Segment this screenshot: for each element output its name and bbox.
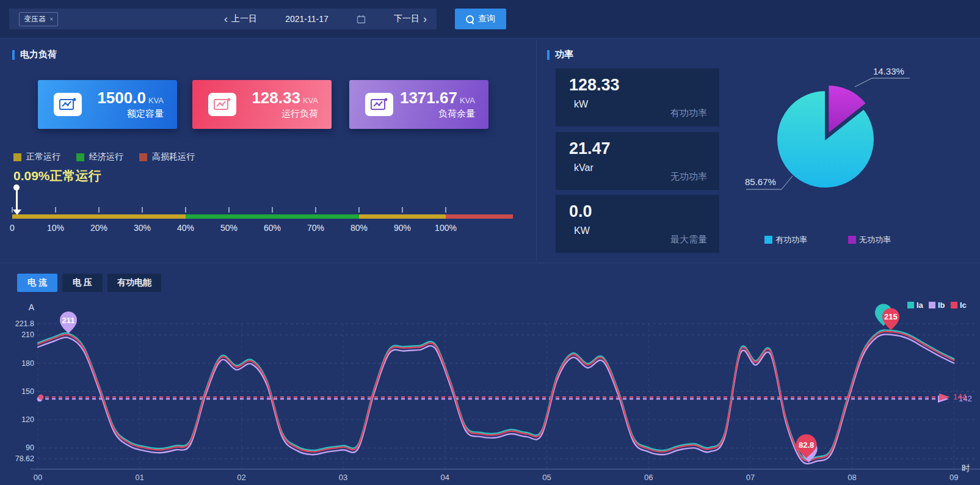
legend-economic-run[interactable]: 经济运行 xyxy=(76,151,123,162)
x-tick-label: 09 xyxy=(949,473,958,482)
date-field[interactable]: 2021-11-17 xyxy=(285,14,328,24)
gauge-tick xyxy=(402,207,403,213)
power-load-header: 电力负荷 xyxy=(12,49,57,60)
pie-label-reactive: 14.33% xyxy=(873,66,904,76)
next-day-label: 下一日 xyxy=(394,13,419,24)
pie-legend-swatch[interactable] xyxy=(764,236,772,244)
rated-capacity-label: 额定容量 xyxy=(97,108,164,120)
gauge-tick xyxy=(272,207,273,213)
chart-line-icon xyxy=(208,93,236,116)
current-line-chart[interactable]: 221.82101801501209078.620001020304050607… xyxy=(0,293,980,485)
gauge-segment xyxy=(12,214,186,219)
legend-swatch xyxy=(13,153,21,161)
pie-legend-label: 有功功率 xyxy=(775,235,807,244)
horizontal-divider xyxy=(0,263,980,263)
next-day-button[interactable]: 下一日 › xyxy=(394,13,427,24)
gauge-tick-label: 90% xyxy=(394,223,411,233)
x-tick-label: 08 xyxy=(848,473,856,482)
marker-pin-label: 82.8 xyxy=(799,440,814,450)
tag-close-icon[interactable]: × xyxy=(49,15,53,23)
tab-voltage[interactable]: 电 压 xyxy=(62,274,103,292)
gauge-tick xyxy=(445,207,446,213)
max-demand-label: 最大需量 xyxy=(670,234,707,246)
gauge-tick-label: 100% xyxy=(435,223,457,233)
x-tick-label: 04 xyxy=(441,473,449,482)
line-legend-label-Ib: Ib xyxy=(938,301,945,310)
y-tick-label: 120 xyxy=(21,415,34,424)
calendar-icon[interactable] xyxy=(357,15,366,24)
y-tick-label: 221.8 xyxy=(15,319,34,328)
gauge-pointer-label: 0.09%正常运行 xyxy=(13,167,101,184)
gauge-tick xyxy=(12,207,13,213)
line-legend-swatch-Ib[interactable] xyxy=(929,302,935,308)
rated-capacity-unit: KVA xyxy=(148,96,164,105)
x-tick-label: 03 xyxy=(339,473,347,482)
line-legend-swatch-Ia[interactable] xyxy=(907,302,914,308)
y-tick-label: 90 xyxy=(26,443,34,452)
vertical-divider xyxy=(536,40,537,261)
load-margin-value: 1371.67 xyxy=(400,89,457,107)
running-load-value: 128.33 xyxy=(252,89,300,107)
line-legend-label-Ia: Ia xyxy=(916,301,924,310)
query-button-label: 查询 xyxy=(478,13,495,24)
gauge-segment xyxy=(446,214,513,219)
marker-pin-label: 211 xyxy=(62,316,75,325)
active-power-box: 128.33 kW 有功功率 xyxy=(556,68,719,126)
load-rate-gauge: 010%20%30%40%50%60%70%80%90%100% xyxy=(12,205,525,236)
x-axis-unit: 时 xyxy=(962,463,970,473)
line-legend-swatch-Ic[interactable] xyxy=(951,302,957,308)
gauge-tick-label: 10% xyxy=(47,223,64,233)
gauge-segment xyxy=(359,214,446,219)
gauge-tick xyxy=(228,207,230,213)
gauge-tick-label: 40% xyxy=(177,223,194,233)
x-tick-label: 05 xyxy=(542,473,551,482)
pie-legend-label: 无功功率 xyxy=(859,235,891,244)
chevron-left-icon: ‹ xyxy=(224,13,228,24)
device-select[interactable]: 变压器 × xyxy=(9,9,219,29)
running-load-unit: KVA xyxy=(303,96,318,105)
x-tick-label: 01 xyxy=(135,473,143,482)
series-Ia[interactable] xyxy=(38,330,954,459)
section-accent-bar xyxy=(12,50,15,60)
power-load-title: 电力负荷 xyxy=(20,49,57,60)
run-state-legend: 正常运行 经济运行 高损耗运行 xyxy=(13,151,195,162)
gauge-tick xyxy=(358,207,360,213)
running-load-label: 运行负荷 xyxy=(252,108,318,120)
load-margin-card: 1371.67KVA 负荷余量 xyxy=(349,80,488,129)
series-Ic[interactable] xyxy=(38,332,954,461)
max-demand-value: 0.0 xyxy=(569,202,592,221)
legend-label: 正常运行 xyxy=(26,151,60,162)
legend-high-loss-run[interactable]: 高损耗运行 xyxy=(139,151,195,162)
legend-normal-run[interactable]: 正常运行 xyxy=(13,151,60,162)
reactive-power-label: 无功功率 xyxy=(670,171,707,183)
rated-capacity-value: 1500.0 xyxy=(97,89,146,107)
gauge-tick xyxy=(98,207,100,213)
y-axis-unit: A xyxy=(29,302,35,312)
legend-label: 高损耗运行 xyxy=(152,151,195,162)
chevron-right-icon: › xyxy=(423,13,427,24)
pie-legend-swatch[interactable] xyxy=(848,236,856,244)
tab-active-energy[interactable]: 有功电能 xyxy=(107,274,161,292)
gauge-tick xyxy=(142,207,143,213)
load-margin-unit: KVA xyxy=(460,96,475,105)
x-tick-label: 02 xyxy=(237,473,245,482)
chart-line-icon xyxy=(365,93,393,116)
device-tag-chip[interactable]: 变压器 × xyxy=(19,12,58,26)
legend-label: 经济运行 xyxy=(89,151,123,162)
gauge-tick-label: 20% xyxy=(90,223,107,233)
active-power-unit: kW xyxy=(574,99,588,110)
x-tick-label: 00 xyxy=(34,473,42,482)
prev-day-button[interactable]: ‹ 上一日 xyxy=(224,13,257,24)
legend-swatch xyxy=(139,153,147,161)
power-title: 功率 xyxy=(555,49,573,60)
section-accent-bar xyxy=(547,50,550,60)
avg-line-label: 144 xyxy=(953,392,967,401)
y-tick-label: 180 xyxy=(21,359,34,368)
search-icon xyxy=(466,15,474,23)
load-margin-label: 负荷余量 xyxy=(400,108,475,120)
tab-current[interactable]: 电 流 xyxy=(17,274,57,292)
gauge-tick xyxy=(315,207,316,213)
query-button[interactable]: 查询 xyxy=(455,9,506,29)
gauge-tick-label: 30% xyxy=(134,223,151,233)
gauge-tick xyxy=(55,207,56,213)
